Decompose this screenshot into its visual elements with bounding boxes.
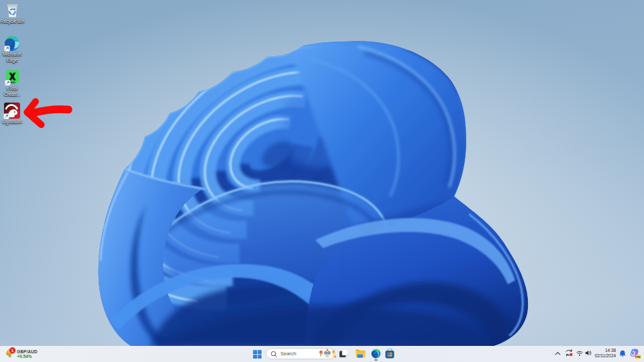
svg-text:GBP/AUD: GBP/AUD	[17, 349, 38, 354]
svg-text:+0.54%: +0.54%	[17, 354, 32, 359]
svg-text:XTOOL: XTOOL	[9, 81, 15, 83]
svg-text:PRE: PRE	[635, 356, 641, 359]
svg-text:1: 1	[11, 348, 14, 353]
